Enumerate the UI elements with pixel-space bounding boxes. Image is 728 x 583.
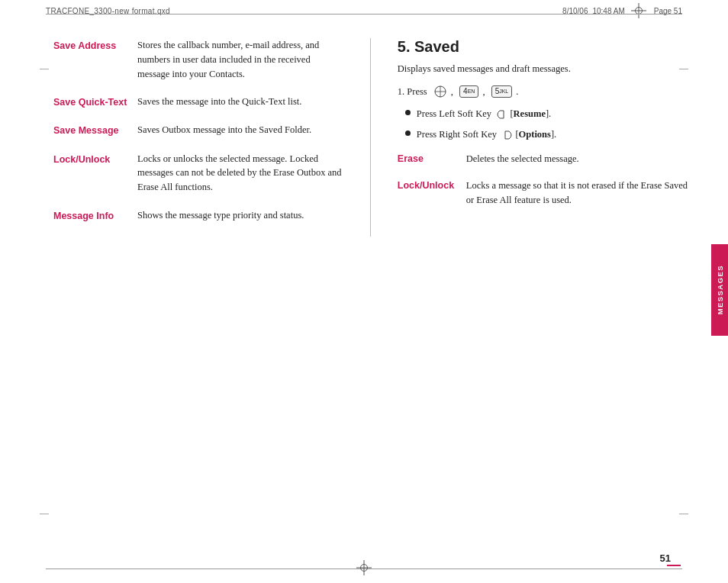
- sidebar-tab: MESSAGES: [711, 244, 728, 336]
- resume-label: Resume: [514, 108, 546, 119]
- main-content: Save Address Stores the callback number,…: [53, 38, 697, 552]
- options-label: Options: [519, 129, 551, 140]
- bullet-list: Press Left Soft Key [Resume]. Press Righ…: [405, 107, 697, 142]
- bullet-dot-resume: [405, 110, 411, 115]
- def-row-save-quick-text: Save Quick-Text Saves the message into t…: [53, 95, 343, 109]
- def-term-save-message: Save Message: [53, 123, 137, 137]
- bullet-item-resume: Press Left Soft Key [Resume].: [405, 107, 697, 121]
- step-1-line: 1. Press , 4EN , 5JKL .: [398, 84, 697, 99]
- right-column: 5. Saved Displays saved messages and dra…: [398, 38, 697, 237]
- def-desc-message-info: Shows the message type priority and stat…: [137, 208, 343, 223]
- page-number-accent-line: [667, 565, 681, 566]
- def-term-lock-unlock: Lock/Unlock: [53, 152, 137, 195]
- step-comma-2: ,: [482, 84, 487, 99]
- page-header: TRACFONE_3300-new format.qxd 8/10/06 10:…: [46, 3, 682, 18]
- section-intro: Displays saved messages and draft messag…: [398, 62, 697, 76]
- page-border-top: [46, 14, 682, 14]
- two-column-layout: Save Address Stores the callback number,…: [53, 38, 697, 237]
- right-def-row-lock-unlock: Lock/Unlock Locks a message so that it i…: [398, 179, 697, 208]
- trim-left-top: [40, 69, 49, 69]
- left-column: Save Address Stores the callback number,…: [53, 38, 343, 237]
- def-term-save-address: Save Address: [53, 38, 137, 81]
- step-comma-1: ,: [451, 84, 456, 99]
- right-soft-key-icon: [502, 130, 512, 140]
- key-4-icon: 4EN: [459, 85, 478, 98]
- def-desc-save-message: Saves Outbox message into the Saved Fold…: [137, 123, 343, 137]
- page-number: 51: [660, 552, 671, 564]
- def-term-save-quick-text: Save Quick-Text: [53, 95, 137, 109]
- menu-icon: [434, 85, 446, 98]
- section-heading: 5. Saved: [398, 38, 697, 56]
- right-def-term-lock-unlock: Lock/Unlock: [398, 179, 466, 208]
- bullet-dot-options: [405, 130, 411, 136]
- column-divider: [370, 38, 371, 237]
- right-def-row-erase: Erase Deletes the selected message.: [398, 152, 697, 166]
- left-soft-key-icon: [497, 109, 507, 120]
- def-row-save-address: Save Address Stores the callback number,…: [53, 38, 343, 81]
- def-row-message-info: Message Info Shows the message type prio…: [53, 208, 343, 223]
- step-period: .: [516, 84, 518, 99]
- right-def-term-erase: Erase: [398, 152, 466, 166]
- def-row-lock-unlock: Lock/Unlock Locks or unlocks the selecte…: [53, 152, 343, 195]
- trim-left-bottom: [40, 514, 49, 514]
- key-5-icon: 5JKL: [491, 85, 513, 98]
- right-def-desc-erase: Deletes the selected message.: [466, 152, 697, 166]
- bullet-text-options: Press Right Soft Key [Options].: [417, 127, 556, 142]
- bottom-reg-mark: [356, 560, 372, 575]
- section-title: 5. Saved: [398, 38, 459, 55]
- sidebar-tab-label: MESSAGES: [716, 265, 724, 314]
- def-desc-save-address: Stores the callback number, e-mail addre…: [137, 38, 343, 81]
- bullet-text-resume: Press Left Soft Key [Resume].: [417, 107, 551, 121]
- step-prefix: 1. Press: [398, 84, 430, 99]
- def-row-save-message: Save Message Saves Outbox message into t…: [53, 123, 343, 137]
- def-desc-save-quick-text: Saves the message into the Quick-Text li…: [137, 95, 343, 109]
- bullet-item-options: Press Right Soft Key [Options].: [405, 127, 697, 142]
- def-term-message-info: Message Info: [53, 208, 137, 223]
- def-desc-lock-unlock: Locks or unlocks the selected message. L…: [137, 152, 343, 195]
- right-def-desc-lock-unlock: Locks a message so that it is not erased…: [466, 179, 697, 208]
